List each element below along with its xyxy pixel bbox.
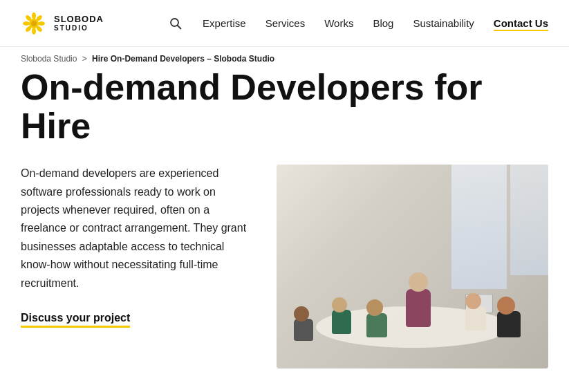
team-image-block (277, 165, 548, 368)
person-2 (332, 297, 351, 334)
person-3 (366, 299, 387, 337)
person-1 (294, 306, 313, 341)
nav-services[interactable]: Services (265, 17, 306, 29)
logo-name: SLOBODA (54, 15, 104, 24)
svg-point-4 (32, 28, 36, 35)
logo-icon (21, 10, 47, 37)
svg-point-9 (31, 21, 37, 26)
logo[interactable]: SLOBODA STUDIO (21, 10, 104, 37)
breadcrumb-current: Hire On-Demand Developers – Sloboda Stud… (92, 54, 274, 64)
svg-point-0 (32, 12, 36, 19)
description: On-demand developers are experienced sof… (21, 165, 249, 292)
nav-contact-us[interactable]: Contact Us (494, 17, 548, 29)
logo-sub: STUDIO (54, 24, 104, 32)
person-standing (406, 272, 431, 327)
text-block: On-demand developers are experienced sof… (21, 165, 249, 328)
breadcrumb-home[interactable]: Sloboda Studio (21, 54, 77, 64)
svg-point-6 (23, 21, 30, 26)
search-button[interactable] (169, 17, 182, 30)
content-section: On-demand developers are experienced sof… (21, 165, 548, 368)
nav-sustainability[interactable]: Sustainability (413, 17, 474, 29)
person-4 (465, 293, 486, 330)
logo-text: SLOBODA STUDIO (54, 15, 104, 32)
discuss-project-link[interactable]: Discuss your project (21, 312, 130, 328)
photo-window (451, 165, 507, 289)
main-nav: Expertise Services Works Blog Sustainabi… (203, 17, 548, 29)
nav-blog[interactable]: Blog (373, 17, 393, 29)
main-content: On-demand Developers for Hire On-demand … (0, 68, 569, 392)
nav-expertise[interactable]: Expertise (203, 17, 246, 29)
team-photo (277, 165, 548, 368)
site-header: SLOBODA STUDIO Expertise Services Works … (0, 0, 569, 47)
svg-point-2 (38, 21, 45, 26)
search-icon (169, 17, 182, 30)
team-photo-inner (277, 165, 548, 368)
svg-line-11 (178, 25, 181, 28)
page-title: On-demand Developers for Hire (21, 68, 491, 145)
breadcrumb-separator: > (82, 54, 87, 64)
photo-window2 (510, 165, 548, 275)
nav-works[interactable]: Works (324, 17, 353, 29)
breadcrumb: Sloboda Studio > Hire On-Demand Develope… (0, 47, 569, 68)
person-5 (497, 297, 521, 337)
